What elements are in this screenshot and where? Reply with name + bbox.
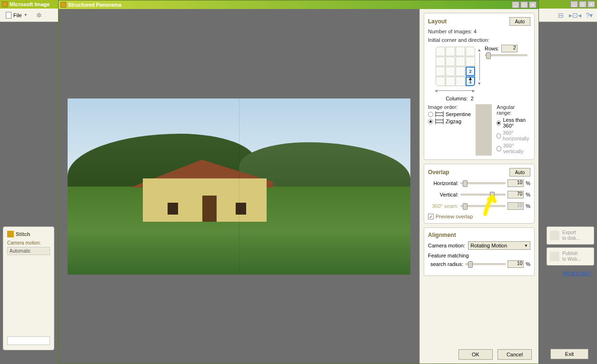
search-radius-slider[interactable] — [465, 263, 506, 265]
grid-cell[interactable] — [436, 47, 445, 56]
publish-label: Publish to Web... — [562, 251, 581, 262]
align-icon[interactable]: ⊟ — [556, 10, 566, 20]
grid-cell[interactable] — [456, 67, 465, 76]
maximize-button[interactable]: □ — [579, 1, 587, 8]
pct-label: % — [526, 203, 530, 209]
horizontal-value[interactable]: 10 — [507, 179, 524, 187]
grid-cell[interactable] — [456, 57, 465, 66]
pct-label: % — [526, 192, 530, 197]
image-order-label: Image order: — [428, 104, 471, 110]
preview-overlap-label: Preview overlap — [436, 214, 473, 219]
less360-label: Less than 360° — [503, 117, 530, 128]
h360-radio[interactable] — [497, 133, 500, 138]
panorama-preview — [68, 98, 410, 275]
horizontal-arrow-icon: ◂▸ — [435, 88, 475, 94]
rows-label: Rows: — [485, 46, 499, 51]
rows-slider-thumb[interactable] — [486, 52, 491, 59]
whats-this-link[interactable]: What's this? — [547, 268, 594, 278]
rows-slider[interactable] — [485, 54, 527, 56]
camera-icon[interactable]: ▸⊡◂ — [570, 10, 580, 20]
dialog-footer: OK Cancel — [458, 349, 532, 360]
grid-cell[interactable] — [456, 77, 465, 86]
dropdown-icon: ▼ — [24, 13, 28, 17]
seam-value: 10 — [507, 202, 524, 210]
grid-cell[interactable] — [436, 67, 445, 76]
alignment-panel: Alignment Camera motion: Rotating Motion… — [424, 227, 535, 276]
camera-motion-combo[interactable]: Rotating Motion ▼ — [468, 241, 530, 250]
grid-cell[interactable] — [446, 47, 455, 56]
corner-grid: 2 1▲ — [436, 47, 475, 86]
close-button[interactable]: × — [587, 1, 595, 8]
vertical-value[interactable]: 70 — [507, 191, 524, 198]
grid-cell[interactable] — [446, 67, 455, 76]
document-icon — [6, 12, 11, 19]
grid-cell-2[interactable]: 2 — [466, 67, 475, 76]
dialog-content: Layout Auto Number of images: 4 Initial … — [59, 9, 538, 364]
grid-cell[interactable] — [446, 77, 455, 86]
horizontal-slider[interactable] — [460, 182, 506, 184]
gear-icon[interactable]: ✲ — [35, 11, 43, 19]
grid-cell[interactable] — [436, 57, 445, 66]
minimize-button[interactable]: _ — [570, 1, 578, 8]
horizontal-label: Horizontal: — [428, 180, 458, 186]
grid-cell[interactable] — [466, 47, 475, 56]
alignment-title: Alignment — [428, 232, 456, 238]
dialog-close-button[interactable]: × — [529, 1, 537, 8]
preview-canvas — [59, 9, 419, 364]
parent-title-text: Microsoft Image — [10, 1, 50, 7]
stitch-icon — [7, 231, 14, 237]
sidebar: Layout Auto Number of images: 4 Initial … — [419, 9, 538, 364]
seam-slider[interactable] — [460, 205, 506, 207]
export-button[interactable]: Export to disk... — [547, 226, 594, 245]
seam-slider-thumb[interactable] — [463, 203, 468, 210]
initial-corner-label: Initial corner and direction: — [428, 37, 530, 43]
seam-label: 360° seam: — [428, 203, 458, 209]
pct-label: % — [526, 261, 530, 267]
ok-button[interactable]: OK — [458, 349, 493, 360]
feature-matching-label: Feature matching — [428, 253, 530, 258]
stitch-panel: Stitch Camera motion: Automatic — [3, 226, 54, 350]
vertical-arrow-icon: ▴▾ — [477, 47, 482, 87]
stitch-title: Stitch — [16, 231, 30, 237]
grid-cell[interactable] — [446, 57, 455, 66]
camera-motion-combo[interactable]: Automatic — [7, 247, 50, 255]
zigzag-radio[interactable] — [428, 119, 433, 124]
columns-label: Columns: 2 — [438, 96, 482, 101]
layout-auto-button[interactable]: Auto — [509, 17, 530, 26]
right-column: Export to disk... Publish to Web... What… — [547, 226, 594, 278]
search-radius-label: search radius: — [428, 261, 463, 267]
search-radius-value[interactable]: 10 — [507, 260, 524, 268]
publish-button[interactable]: Publish to Web... — [547, 247, 594, 266]
serpentine-radio[interactable] — [428, 112, 433, 117]
dialog-minimize-button[interactable]: _ — [512, 1, 519, 8]
horizontal-slider-thumb[interactable] — [463, 180, 468, 187]
vertical-slider-thumb[interactable] — [490, 192, 495, 198]
app-icon — [2, 1, 8, 7]
help-icon[interactable]: ?▾ — [585, 10, 594, 20]
less360-radio[interactable] — [497, 120, 501, 126]
overlap-title: Overlap — [428, 169, 449, 176]
dialog-icon — [60, 2, 66, 8]
rows-value[interactable]: 2 — [501, 45, 517, 52]
dialog-maximize-button[interactable]: □ — [520, 1, 528, 8]
alignment-camera-motion-label: Camera motion: — [428, 243, 465, 248]
cancel-button[interactable]: Cancel — [498, 349, 532, 360]
search-radius-thumb[interactable] — [468, 261, 473, 268]
serpentine-icon — [435, 111, 444, 117]
pct-label: % — [526, 180, 530, 186]
exit-button[interactable]: Exit — [550, 349, 588, 359]
grid-cell[interactable] — [466, 57, 475, 66]
file-menu-button[interactable]: File ▼ — [3, 11, 30, 20]
zigzag-label: Zigzag — [446, 118, 461, 124]
grid-cell[interactable] — [456, 47, 465, 56]
overlap-auto-button[interactable]: Auto — [509, 168, 530, 177]
grid-cell[interactable] — [436, 77, 445, 86]
layout-title: Layout — [428, 18, 447, 25]
grid-cell-1[interactable]: 1▲ — [466, 77, 475, 86]
v360-radio[interactable] — [497, 146, 501, 151]
preview-overlap-checkbox[interactable] — [428, 214, 434, 219]
h360-label: 360° horizontally — [503, 130, 530, 141]
stitch-input[interactable] — [7, 336, 50, 345]
parent-window-buttons: _ □ × — [569, 1, 595, 8]
vertical-slider[interactable] — [460, 194, 506, 196]
